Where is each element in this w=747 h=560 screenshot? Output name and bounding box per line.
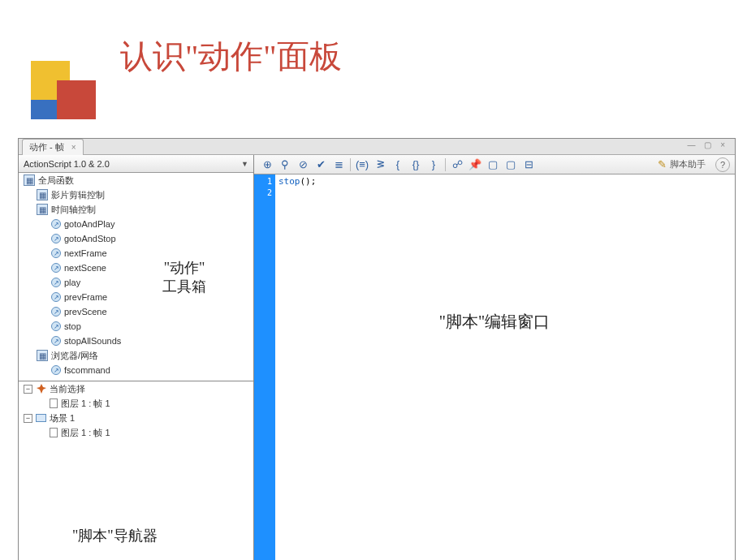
group-label: 全局函数 [38,174,74,187]
toolbox-item[interactable]: ↗ fscommand [19,363,253,377]
collapse-icon[interactable]: − [24,414,32,423]
item-label: gotoAndStop [64,234,116,243]
close-icon[interactable]: × [71,143,76,152]
script-assist-label: 脚本助手 [670,158,706,170]
book-icon: ▦ [37,189,48,200]
line-number: 1 [254,176,272,187]
left-pane: ActionScript 1.0 & 2.0 ▼ ▦ 全局函数 ▦ 影片剪辑控制… [19,155,254,560]
pin-icon[interactable]: 📌 [467,157,483,173]
nav-label: 图层 1 : 帧 1 [61,427,110,439]
item-label: stop [64,321,81,331]
debug-icon[interactable]: ᕒ [372,157,388,173]
item-label: stopAllSounds [64,336,121,346]
code-editor[interactable]: 1 2 stop(); "脚本"编辑窗口 [254,174,735,560]
toolbox-item[interactable]: ↗gotoAndStop [19,231,253,246]
right-pane: ⊕⚲⊘✔≣(≡)ᕒ{{}}☍📌▢▢⊟ ✎ 脚本助手 ? 1 2 stop(); … [254,155,735,560]
nav-layer-frame[interactable]: 图层 1 : 帧 1 [19,425,253,440]
panel-tab-label: 动作 - 帧 [29,142,64,152]
nav-label: 图层 1 : 帧 1 [61,398,110,410]
toolbox-item[interactable]: ↗nextFrame [19,246,253,261]
nav-label: 当前选择 [50,383,85,395]
navigator-annotation: "脚本"导航器 [72,526,158,545]
frame-icon [50,398,58,408]
check-icon[interactable]: ✔ [313,157,329,173]
toolbox-item[interactable]: ↗stopAllSounds [19,334,253,348]
line-number: 2 [254,187,272,199]
scene-icon [36,414,46,422]
find-icon[interactable]: ⚲ [277,157,293,173]
book-icon: ▦ [37,204,48,215]
book-icon: ▦ [37,350,48,361]
pin-icon [36,384,46,394]
method-icon: ↗ [51,307,61,317]
panel-tab[interactable]: 动作 - 帧 × [22,139,84,155]
frame-icon [50,428,58,437]
panel-tabbar: 动作 - 帧 × — ▢ × [19,139,735,155]
help-button[interactable]: ? [715,157,730,172]
toolbox-item[interactable]: ↗prevScene [19,304,253,319]
method-icon: ↗ [51,292,61,302]
method-icon: ↗ [51,365,61,375]
item-label: nextScene [64,263,106,273]
toolbox-group[interactable]: ▦ 全局函数 [19,173,253,187]
format-icon[interactable]: ≣ [330,157,347,173]
item-label: fscommand [64,365,110,375]
toolbox-group[interactable]: ▦ 影片剪辑控制 [19,187,253,202]
panel-body: ActionScript 1.0 & 2.0 ▼ ▦ 全局函数 ▦ 影片剪辑控制… [19,155,735,560]
slide-title: 认识"动作"面板 [120,34,342,79]
toolbox-item[interactable]: ↗stop [19,319,253,334]
book-icon: ▦ [24,174,35,186]
group-label: 影片剪辑控制 [51,189,105,201]
brace-pair-icon[interactable]: {} [408,157,424,173]
toolbox-group[interactable]: ▦ 浏览器/网络 [19,348,253,363]
item-label: prevScene [64,307,107,317]
deco-blue [31,100,57,119]
script-assist-button[interactable]: ✎ 脚本助手 [658,158,706,170]
item-label: prevFrame [64,292,107,302]
item-label: play [64,278,80,287]
method-icon: ↗ [51,321,61,331]
method-icon: ↗ [51,248,61,258]
method-icon: ↗ [51,336,61,346]
nav-label: 场景 1 [50,412,75,424]
snippet2-icon[interactable]: ▢ [503,157,519,173]
item-label: gotoAndPlay [64,219,114,229]
actions-panel: 动作 - 帧 × — ▢ × ActionScript 1.0 & 2.0 ▼ … [18,138,736,560]
toolbox-item[interactable]: ↗play [19,275,253,290]
nav-current-selection[interactable]: − 当前选择 [19,381,253,396]
group-label: 浏览器/网络 [51,350,98,362]
toolbox-group[interactable]: ▦ 时间轴控制 [19,202,253,217]
deco-red [57,80,96,119]
add-icon[interactable]: ⊕ [259,157,275,173]
method-icon: ↗ [51,234,61,243]
code-keyword: stop [279,176,300,187]
toolbox-item[interactable]: ↗nextScene [19,261,253,275]
nav-scene[interactable]: − 场景 1 [19,411,253,425]
autoformat-icon[interactable]: (≡) [354,157,370,173]
dropdown-label: ActionScript 1.0 & 2.0 [24,159,110,169]
method-icon: ↗ [51,219,61,229]
group-label: 时间轴控制 [51,204,96,216]
method-icon: ↗ [51,263,61,273]
brace-right-icon[interactable]: } [425,157,442,173]
window-controls[interactable]: — ▢ × [688,140,728,149]
collapse-icon[interactable]: ⊟ [520,157,537,173]
comment-icon[interactable]: ☍ [449,157,465,173]
wand-icon: ✎ [658,158,667,170]
chevron-down-icon: ▼ [241,160,248,168]
collapse-icon[interactable]: − [24,385,32,394]
target-icon[interactable]: ⊘ [295,157,311,173]
as-version-dropdown[interactable]: ActionScript 1.0 & 2.0 ▼ [19,155,253,173]
toolbox-item[interactable]: ↗prevFrame [19,290,253,304]
slide-decoration [31,61,99,116]
item-label: nextFrame [64,248,107,258]
brace-left-icon[interactable]: { [390,157,406,173]
actions-toolbox[interactable]: ▦ 全局函数 ▦ 影片剪辑控制 ▦ 时间轴控制 ↗gotoAndPlay↗got… [19,173,253,381]
nav-layer-frame[interactable]: 图层 1 : 帧 1 [19,396,253,411]
editor-toolbar: ⊕⚲⊘✔≣(≡)ᕒ{{}}☍📌▢▢⊟ ✎ 脚本助手 ? [254,155,735,174]
toolbox-item[interactable]: ↗gotoAndPlay [19,217,253,231]
script-navigator[interactable]: − 当前选择 图层 1 : 帧 1 − 场景 1 图层 [19,381,253,560]
code-rest: (); [300,176,317,187]
snippet-icon[interactable]: ▢ [485,157,501,173]
code-text[interactable]: stop(); [275,174,735,560]
